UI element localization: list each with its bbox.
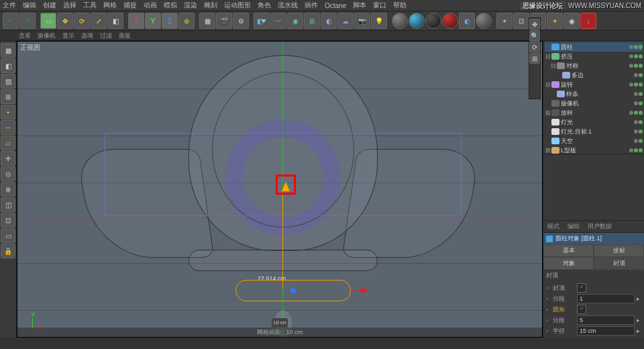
axis-x-toggle[interactable]: X [128, 13, 144, 29]
cap-checkbox[interactable]: ✓ [577, 283, 586, 293]
axis-z-toggle[interactable]: Z [162, 13, 178, 29]
tab-object[interactable]: 对象 [543, 257, 594, 270]
hier-row-extrude[interactable]: ⊟挤压 [545, 52, 643, 61]
nav-pan[interactable]: ✥ [529, 19, 540, 30]
hier-row-floor[interactable]: ⊞L型板 [545, 146, 643, 154]
seg1-field[interactable]: 1 [577, 294, 635, 303]
oct-env[interactable] [476, 13, 492, 29]
menu-help[interactable]: 帮助 [393, 1, 407, 10]
generator-array[interactable]: ⊞ [304, 13, 320, 29]
render-view[interactable]: ▦ [199, 13, 215, 29]
oct-mat3[interactable] [425, 13, 441, 29]
oct-settings[interactable]: ✦ [496, 13, 513, 29]
oct-tool6[interactable]: ↓ [580, 13, 596, 29]
texture-mode[interactable]: ▨ [1, 74, 15, 89]
radius-field[interactable]: 15 cm [577, 326, 635, 336]
generator-nurbs[interactable]: ◉ [287, 13, 303, 29]
attr-mode-tab[interactable]: 模式 [543, 221, 564, 232]
nav-zoom[interactable]: 🔍 [529, 30, 540, 41]
menu-tools[interactable]: 工具 [83, 1, 97, 10]
gizmo-origin[interactable] [290, 288, 296, 293]
object-manager[interactable]: 圆柱 ⊟挤压 ⊟对称 多边 ⊟旋转 样条 摄像机 ⊞放样 灯光 灯光.目标.1 … [543, 41, 644, 154]
environment[interactable]: ☁ [337, 13, 354, 29]
scale-tool[interactable]: ⤢ [91, 13, 107, 29]
menu-edit[interactable]: 编辑 [23, 1, 36, 10]
oct-live[interactable]: ◐ [459, 13, 475, 29]
gizmo-x-arrow[interactable] [361, 287, 369, 294]
primitive-spline[interactable]: 〰 [270, 13, 286, 29]
menu-pipeline[interactable]: 流水线 [278, 1, 298, 10]
rotate-tool[interactable]: ⟳ [74, 13, 90, 29]
vp-filter[interactable]: 过滤 [100, 32, 112, 40]
selected-cylinder[interactable] [235, 280, 351, 301]
deformer[interactable]: ◐ [321, 13, 337, 29]
poly-mode[interactable]: ▱ [1, 136, 15, 150]
oct-mat4[interactable] [442, 13, 458, 29]
hier-row-loft[interactable]: ⊞放样 [545, 108, 643, 117]
menu-character[interactable]: 角色 [258, 1, 271, 10]
oct-mat2[interactable] [409, 13, 425, 29]
menu-octane[interactable]: Octane [325, 2, 346, 9]
primitive-cube[interactable]: ◧ [254, 13, 270, 29]
fillet-checkbox[interactable]: ✓ [577, 305, 586, 314]
redo-button[interactable]: ↷ [19, 13, 36, 29]
menu-capture[interactable]: 捕捉 [123, 1, 137, 10]
seg2-field[interactable]: 5 [577, 315, 635, 325]
recent-tool[interactable]: ◧ [107, 13, 123, 29]
undo-button[interactable]: ↶ [3, 13, 19, 29]
menu-motiongfx[interactable]: 运动图形 [224, 1, 251, 10]
render-region[interactable]: 🎬 [216, 13, 232, 29]
workplane-mode[interactable]: ⊞ [1, 89, 15, 104]
menu-render[interactable]: 渲染 [184, 1, 197, 10]
axis-y-toggle[interactable]: Y [145, 13, 161, 29]
tab-caps[interactable]: 封顶 [594, 257, 644, 270]
menu-animate[interactable]: 动画 [144, 1, 157, 10]
snap-toggle[interactable]: ⊕ [1, 182, 15, 197]
hier-row-light[interactable]: 灯光 [545, 117, 643, 127]
vp-options[interactable]: 选项 [81, 32, 93, 40]
attr-user-tab[interactable]: 用户数据 [584, 221, 616, 232]
camera-add[interactable]: 📷 [354, 13, 370, 29]
tab-coord[interactable]: 坐标 [594, 244, 644, 257]
menu-plugins[interactable]: 插件 [305, 1, 318, 10]
hier-row-camera[interactable]: 摄像机 [545, 99, 643, 108]
model-mode[interactable]: ▦ [1, 43, 15, 58]
nav-rotate[interactable]: ⟳ [529, 42, 540, 52]
render-settings[interactable]: ⚙ [233, 13, 249, 29]
oct-tool5[interactable]: ◉ [564, 13, 580, 29]
oct-tool2[interactable]: ⊡ [513, 13, 529, 29]
oct-mat1[interactable] [392, 13, 408, 29]
menu-file[interactable]: 文件 [3, 1, 16, 10]
hier-row-light-target[interactable]: 灯光.目标.1 [545, 127, 643, 136]
hier-row-lathe[interactable]: ⊟旋转 [545, 80, 643, 89]
attr-edit-tab[interactable]: 编辑 [564, 221, 584, 232]
edge-mode[interactable]: ─ [1, 120, 15, 135]
menu-create[interactable]: 创建 [43, 1, 56, 10]
vp-display[interactable]: 显示 [62, 32, 74, 40]
oct-tool4[interactable]: ✦ [547, 13, 563, 29]
hier-row-symmetry[interactable]: ⊟对称 [545, 61, 643, 70]
object-mode[interactable]: ◧ [1, 58, 15, 73]
vp-camera[interactable]: 摄像机 [38, 32, 56, 40]
menu-sculpt[interactable]: 雕刻 [204, 1, 217, 10]
menu-simulate[interactable]: 模拟 [164, 1, 177, 10]
menu-mesh[interactable]: 网格 [103, 1, 117, 10]
coord-system[interactable]: ⊕ [178, 13, 195, 29]
nav-layout[interactable]: ⊞ [529, 53, 540, 64]
tab-basic[interactable]: 基本 [543, 244, 594, 257]
vp-view[interactable]: 查看 [19, 32, 31, 40]
point-mode[interactable]: • [1, 105, 15, 119]
snap-2d[interactable]: ◫ [1, 197, 15, 212]
hier-row-spline[interactable]: 样条 [545, 89, 643, 99]
viewport[interactable]: 正视图 27.614 cm Y X UI·cn 网格间距 : 10 cm [17, 41, 543, 338]
locked[interactable]: 🔒 [1, 244, 15, 258]
hier-row-poly[interactable]: 多边 [545, 70, 643, 80]
tweak-mode[interactable]: ⊙ [1, 166, 15, 181]
menu-window[interactable]: 窗口 [373, 1, 386, 10]
select-tool[interactable]: ▭ [40, 13, 56, 29]
axis-mode[interactable]: ✛ [1, 151, 15, 166]
move-tool[interactable]: ✥ [57, 13, 73, 29]
menu-select[interactable]: 选择 [63, 1, 76, 10]
vp-panel[interactable]: 面板 [119, 32, 131, 40]
snap-3d[interactable]: ⊡ [1, 213, 15, 228]
